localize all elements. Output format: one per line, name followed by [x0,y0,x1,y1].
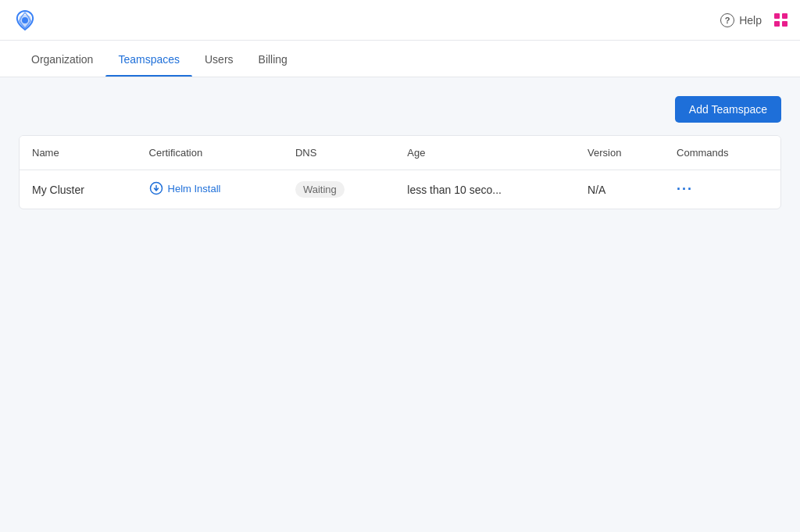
menu-grid-icon[interactable] [774,13,788,27]
col-header-dns: DNS [283,136,395,170]
teamspaces-table-container: Name Certification DNS Age Version Comma… [19,135,781,209]
app-logo[interactable] [12,8,38,33]
svg-point-0 [22,17,28,23]
cell-commands: ··· [664,170,780,209]
helm-install-label: Helm Install [168,183,221,195]
grid-dot-1 [774,13,780,19]
topbar: ? Help [0,0,800,41]
cell-version: N/A [575,170,664,209]
age-text: less than 10 seco... [407,184,502,196]
teamspaces-table: Name Certification DNS Age Version Comma… [20,136,780,209]
help-circle-icon: ? [720,13,734,27]
main-content: Add Teamspace Name Certification DNS Age… [0,77,800,228]
table-row: My Cluster Helm Install [20,170,780,209]
col-header-version: Version [575,136,664,170]
topbar-left [12,8,38,33]
col-header-age: Age [395,136,575,170]
dns-status-badge: Waiting [295,181,345,198]
grid-dot-2 [782,13,788,19]
cluster-name-text: My Cluster [32,184,84,196]
tab-users[interactable]: Users [192,41,246,77]
cell-age: less than 10 seco... [395,170,575,209]
tab-billing[interactable]: Billing [246,41,300,77]
cell-dns: Waiting [283,170,395,209]
helm-install-icon [149,181,163,195]
commands-more-button[interactable]: ··· [677,181,693,197]
help-label: Help [739,14,762,27]
col-header-name: Name [20,136,137,170]
tabs-nav: Organization Teamspaces Users Billing [0,41,800,77]
col-header-commands: Commands [664,136,780,170]
help-button[interactable]: ? Help [720,13,762,27]
col-header-certification: Certification [137,136,283,170]
helm-install-link[interactable]: Helm Install [149,181,221,195]
topbar-right: ? Help [720,13,788,27]
grid-dot-4 [782,21,788,27]
tab-organization[interactable]: Organization [19,41,105,77]
version-text: N/A [588,184,605,196]
add-teamspace-button[interactable]: Add Teamspace [675,96,781,123]
table-header-row: Name Certification DNS Age Version Comma… [20,136,780,170]
toolbar: Add Teamspace [19,96,781,123]
cell-name: My Cluster [20,170,137,209]
cell-certification: Helm Install [137,170,283,209]
grid-dot-3 [774,21,780,27]
tab-teamspaces[interactable]: Teamspaces [105,41,192,77]
